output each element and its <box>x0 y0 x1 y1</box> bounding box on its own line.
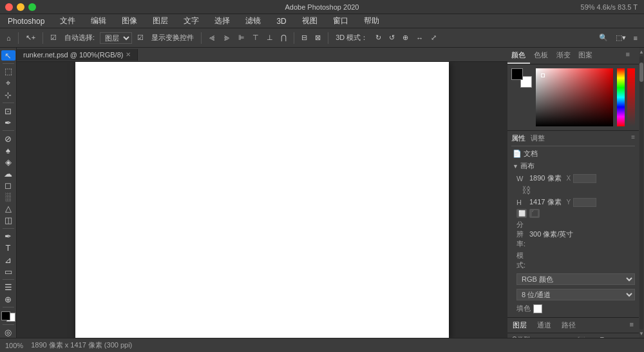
heal-tool[interactable]: ⊘ <box>1 133 15 144</box>
mode-dropdown[interactable]: RGB 颜色 CMYK 颜色 灰度 <box>516 273 635 285</box>
auto-select-dropdown[interactable]: 图层 编组 <box>100 32 132 44</box>
3d-btn-2[interactable]: ↺ <box>386 32 397 43</box>
gradient-tool[interactable]: ░ <box>1 192 15 202</box>
history-brush-tool[interactable]: ☁ <box>1 168 15 179</box>
foreground-color-swatch[interactable] <box>511 68 523 80</box>
landscape-icon[interactable]: ⬛ <box>529 209 540 218</box>
show-transform-checkbox[interactable]: ☑ <box>135 32 146 43</box>
x-input[interactable] <box>573 174 596 183</box>
dodge-tool[interactable]: ◫ <box>1 215 15 226</box>
menu-select[interactable]: 选择 <box>212 14 232 28</box>
foreground-color[interactable] <box>1 311 10 320</box>
menu-type[interactable]: 文字 <box>181 14 202 28</box>
fill-swatch[interactable] <box>533 304 542 313</box>
tab-properties[interactable]: 属性 <box>511 133 526 143</box>
layer-filter-adj[interactable]: ⊙ <box>588 336 597 338</box>
layer-filter-smart[interactable]: ⊡ <box>618 336 627 338</box>
layer-filter-toggle[interactable]: ● <box>629 336 636 338</box>
clone-tool[interactable]: ◈ <box>1 157 15 167</box>
minimize-button[interactable] <box>17 3 24 11</box>
zoom-tool[interactable]: ⊕ <box>1 294 15 304</box>
depth-dropdown[interactable]: 8 位/通道 16 位/通道 32 位/通道 <box>516 289 635 300</box>
distribute-h[interactable]: ⊟ <box>299 32 310 43</box>
layer-filter-shape[interactable]: ▭ <box>607 336 617 338</box>
crop-tool[interactable]: ⊡ <box>1 106 15 116</box>
scroll-thumb[interactable] <box>639 63 643 82</box>
menu-image[interactable]: 图像 <box>119 14 140 28</box>
auto-select-checkbox[interactable]: ☑ <box>48 32 59 43</box>
color-selector[interactable] <box>1 311 15 322</box>
workspace-button[interactable]: ⬚▾ <box>613 32 629 43</box>
3d-btn-1[interactable]: ↻ <box>373 32 384 43</box>
menu-view[interactable]: 视图 <box>299 14 320 28</box>
distribute-v[interactable]: ⊠ <box>312 32 323 43</box>
tab-paths[interactable]: 路径 <box>556 318 581 333</box>
scroll-down-button[interactable]: ▼ <box>638 329 644 338</box>
menu-file[interactable]: 文件 <box>57 14 78 28</box>
tab-channels[interactable]: 通道 <box>532 318 556 333</box>
magic-wand-tool[interactable]: ⊹ <box>1 90 15 100</box>
fg-bg-color-selector[interactable] <box>511 68 532 88</box>
fullscreen-button[interactable] <box>28 3 36 11</box>
tab-adjustments[interactable]: 调整 <box>531 133 545 143</box>
panel-menu-icon[interactable]: ≡ <box>616 48 639 64</box>
3d-btn-3[interactable]: ⊕ <box>400 32 411 43</box>
close-button[interactable] <box>5 3 13 11</box>
tab-gradient[interactable]: 渐变 <box>552 48 574 64</box>
pen-tool[interactable]: ✒ <box>1 231 15 242</box>
align-center[interactable]: ⫸ <box>221 33 233 43</box>
align-middle[interactable]: ⊥ <box>264 32 276 43</box>
layer-filter-pixel[interactable]: ⬛ <box>575 336 587 338</box>
eraser-tool[interactable]: ◻ <box>1 180 15 190</box>
props-menu[interactable]: ≡ <box>631 133 635 143</box>
tab-pattern[interactable]: 图案 <box>574 48 597 64</box>
menu-photoshop[interactable]: Photoshop <box>5 15 47 27</box>
menu-window[interactable]: 窗口 <box>330 14 351 28</box>
align-bottom[interactable]: ⋂ <box>278 32 289 43</box>
quick-mask-tool[interactable]: ◎ <box>1 328 15 338</box>
menu-layer[interactable]: 图层 <box>150 14 171 28</box>
3d-btn-5[interactable]: ⤢ <box>428 32 439 43</box>
hue-slider[interactable] <box>617 68 625 126</box>
chain-link-icon[interactable]: ⛓ <box>522 185 531 195</box>
lasso-tool[interactable]: ⌖ <box>1 78 15 88</box>
canvas-tab-close[interactable]: ✕ <box>126 51 131 58</box>
tab-swatches[interactable]: 色板 <box>530 48 553 64</box>
layers-menu[interactable]: ≡ <box>625 318 639 333</box>
3d-btn-4[interactable]: ↔ <box>413 33 426 43</box>
scroll-up-button[interactable]: ▲ <box>638 48 644 56</box>
move-tool-button[interactable]: ↖+ <box>23 32 38 43</box>
menu-help[interactable]: 帮助 <box>361 14 382 28</box>
move-tool[interactable]: ↖ <box>1 50 15 61</box>
marquee-tool[interactable]: ⬚ <box>1 66 15 77</box>
extras-button[interactable]: ≡ <box>631 33 640 43</box>
portrait-icon[interactable]: ⬜ <box>516 209 527 218</box>
layers-toolbar: Q类型 ⬛ ⊙ T ▭ ⊡ ● <box>507 333 639 338</box>
type-tool[interactable]: T <box>1 243 15 253</box>
shape-tool[interactable]: ▭ <box>1 266 15 277</box>
search-button[interactable]: 🔍 <box>596 32 611 43</box>
canvas-viewport[interactable] <box>17 62 507 338</box>
tab-layers[interactable]: 图层 <box>507 318 532 333</box>
mode-label: 模式: <box>516 251 527 270</box>
menu-3d[interactable]: 3D <box>274 15 289 27</box>
y-input[interactable] <box>573 198 596 207</box>
hand-tool[interactable]: ☰ <box>1 282 15 293</box>
home-button[interactable]: ⌂ <box>4 33 14 43</box>
canvas-tab[interactable]: runker.net.psd @ 100%(RGB/8) ✕ <box>17 49 138 61</box>
eyedropper-tool[interactable]: ✒ <box>1 117 15 128</box>
menu-filter[interactable]: 滤镜 <box>243 14 263 28</box>
align-right[interactable]: ⊫ <box>236 32 247 43</box>
layer-filter-text[interactable]: T <box>598 336 606 338</box>
brush-tool[interactable]: ♠ <box>1 145 15 155</box>
align-left[interactable]: ⫷ <box>206 33 218 43</box>
color-gradient-main[interactable] <box>536 68 613 126</box>
alpha-slider[interactable] <box>627 68 635 126</box>
align-top[interactable]: ⊤ <box>250 32 261 43</box>
canvas-collapse[interactable]: ▼ <box>513 163 518 170</box>
path-selection-tool[interactable]: ⊿ <box>1 255 15 265</box>
layer-filter-type[interactable]: Q类型 <box>510 335 532 338</box>
blur-tool[interactable]: △ <box>1 204 15 214</box>
menu-edit[interactable]: 编辑 <box>88 14 109 28</box>
tab-color[interactable]: 颜色 <box>507 48 530 64</box>
